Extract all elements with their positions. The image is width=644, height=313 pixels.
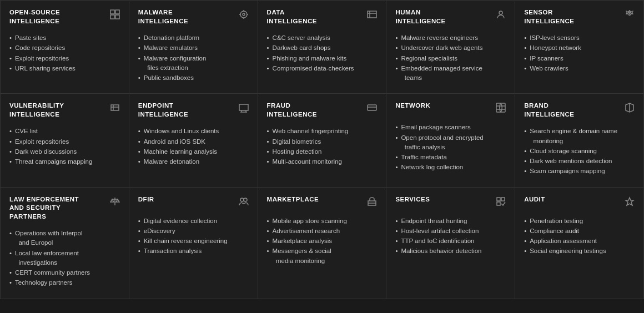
list-item: Digital evidence collection	[138, 216, 249, 226]
intelligence-grid: OPEN-SOURCEINTELLIGENCE Paste sitesCode …	[0, 0, 644, 299]
cell-header-marketplace: MARKETPLACE	[267, 195, 378, 209]
svg-point-4	[240, 11, 247, 18]
svg-rect-3	[115, 15, 119, 19]
svg-rect-0	[110, 10, 114, 14]
cell-brand: BRANDINTELLIGENCE Search engine & domain…	[515, 94, 644, 187]
cell-title-data: DATAINTELLIGENCE	[267, 8, 317, 26]
cell-open-source: OPEN-SOURCEINTELLIGENCE Paste sitesCode …	[1, 1, 129, 94]
svg-rect-22	[368, 105, 376, 110]
list-item: Malware configuration files extraction	[138, 54, 249, 73]
list-item: Mobile app store scanning	[267, 216, 378, 226]
cell-items-human: Malware reverse engineersUndercover dark…	[395, 33, 506, 83]
list-item: Application assessment	[524, 236, 635, 246]
list-item: URL sharing services	[9, 64, 120, 73]
list-item: Dark web discussions	[9, 147, 120, 156]
list-item: Honeypot network	[524, 43, 635, 53]
list-item: Cloud storage scanning	[524, 147, 635, 156]
cell-items-network: Email package scannersOpen protocol and …	[395, 123, 506, 172]
cell-title-dfir: DFIR	[138, 195, 154, 204]
cell-items-endpoint: Windows and Linux clientsAndroid and iOS…	[138, 127, 249, 166]
list-item: CERT community partners	[9, 268, 120, 277]
list-item: Threat campaigns mapping	[9, 157, 120, 166]
cell-header-fraud: FRAUDINTELLIGENCE	[267, 102, 378, 119]
list-item: Endpoint threat hunting	[395, 216, 506, 226]
svg-rect-1	[115, 10, 119, 14]
cell-sensor: SENSORINTELLIGENCE ISP-level sensorsHone…	[515, 1, 644, 94]
cell-items-marketplace: Mobile app store scanningAdvertisement r…	[267, 216, 378, 266]
cell-header-audit: AUDIT	[524, 195, 635, 209]
list-item: Dark web mentions detection	[524, 156, 635, 166]
cell-header-vulnerability: VULNERABILITYINTELLIGENCE	[9, 102, 120, 119]
svg-rect-2	[110, 15, 114, 19]
list-item: IP scanners	[524, 54, 635, 63]
list-item: Penetration testing	[524, 216, 635, 226]
cell-human: HUMANINTELLIGENCE Malware reverse engine…	[386, 1, 515, 94]
cell-header-brand: BRANDINTELLIGENCE	[524, 102, 635, 119]
cell-title-sensor: SENSORINTELLIGENCE	[524, 8, 574, 26]
cell-malware: MALWAREINTELLIGENCE Detonation platformM…	[129, 1, 258, 94]
list-item: Public sandboxes	[138, 73, 249, 83]
svg-rect-34	[497, 198, 500, 201]
list-item: Code repositories	[9, 43, 120, 53]
svg-point-13	[499, 11, 502, 14]
list-item: Compliance audit	[524, 226, 635, 236]
cell-items-brand: Search engine & domain name monitoringCl…	[524, 127, 635, 176]
list-item: eDiscovery	[138, 226, 249, 236]
list-item: Search engine & domain name monitoring	[524, 127, 635, 146]
svg-point-5	[243, 13, 245, 16]
cell-audit: AUDIT Penetration testingCompliance audi…	[515, 188, 644, 299]
svg-rect-24	[496, 103, 505, 112]
list-item: Scam campaigns mapping	[524, 166, 635, 176]
list-item: Embedded managed service teams	[395, 64, 506, 83]
list-item: Email package scanners	[395, 123, 506, 132]
cell-header-services: SERVICES	[395, 195, 506, 209]
svg-point-31	[244, 198, 247, 201]
cell-title-malware: MALWAREINTELLIGENCE	[138, 8, 188, 26]
list-item: Advertisement research	[267, 226, 378, 236]
list-item: Multi-account monitoring	[267, 157, 378, 166]
cell-items-malware: Detonation platformMalware emulatorsMalw…	[138, 33, 249, 83]
list-item: TTP and IoC identification	[395, 236, 506, 246]
cell-items-law: Operations with Interpol and EuropolLoca…	[9, 229, 120, 288]
list-item: Undercover dark web agents	[395, 43, 506, 53]
cell-header-dfir: DFIR	[138, 195, 249, 209]
cell-law: LAW ENFORCEMENTAND SECURITYPARTNERS Oper…	[1, 188, 129, 299]
list-item: Local law enforcement investigations	[9, 249, 120, 268]
svg-rect-35	[501, 198, 505, 201]
list-item: Transaction analysis	[138, 246, 249, 256]
svg-rect-10	[368, 11, 376, 18]
cell-header-sensor: SENSORINTELLIGENCE	[524, 8, 635, 26]
cell-header-malware: MALWAREINTELLIGENCE	[138, 8, 249, 26]
list-item: C&C server analysis	[267, 33, 378, 43]
list-item: Malware reverse engineers	[395, 33, 506, 43]
human-icon	[496, 9, 506, 22]
list-item: Regional specialists	[395, 54, 506, 63]
cell-header-network: NETWORK	[395, 102, 506, 115]
list-item: Windows and Linux clients	[138, 127, 249, 136]
cell-items-data: C&C server analysisDarkweb card shopsPhi…	[267, 33, 378, 73]
cell-title-endpoint: ENDPOINTINTELLIGENCE	[138, 102, 188, 119]
list-item: CVE list	[9, 127, 120, 136]
cell-endpoint: ENDPOINTINTELLIGENCE Windows and Linux c…	[129, 94, 258, 187]
cell-vulnerability: VULNERABILITYINTELLIGENCE CVE listExploi…	[1, 94, 129, 187]
network-icon	[496, 103, 506, 115]
svg-point-14	[629, 14, 631, 16]
list-item: Digital biometrics	[267, 137, 378, 147]
cell-services: SERVICES Endpoint threat huntingHost-lev…	[386, 188, 515, 299]
open-source-icon	[110, 9, 120, 22]
cell-network: NETWORK Email package scannersOpen proto…	[386, 94, 515, 187]
list-item: Malware emulators	[138, 43, 249, 53]
list-item: Malicious behavior detection	[395, 246, 506, 256]
cell-items-open-source: Paste sitesCode repositoriesExploit repo…	[9, 33, 120, 73]
cell-title-open-source: OPEN-SOURCEINTELLIGENCE	[9, 8, 60, 26]
cell-items-services: Endpoint threat huntingHost-level artifa…	[395, 216, 506, 256]
list-item: Marketplace analysis	[267, 236, 378, 246]
vulnerability-icon	[110, 103, 120, 115]
list-item: Kill chain reverse engineering	[138, 236, 249, 246]
cell-title-marketplace: MARKETPLACE	[267, 195, 319, 204]
cell-fraud: FRAUDINTELLIGENCE Web channel fingerprin…	[258, 94, 387, 187]
cell-header-endpoint: ENDPOINTINTELLIGENCE	[138, 102, 249, 119]
cell-data: DATAINTELLIGENCE C&C server analysisDark…	[258, 1, 387, 94]
marketplace-icon	[367, 196, 377, 209]
fraud-icon	[367, 103, 377, 115]
